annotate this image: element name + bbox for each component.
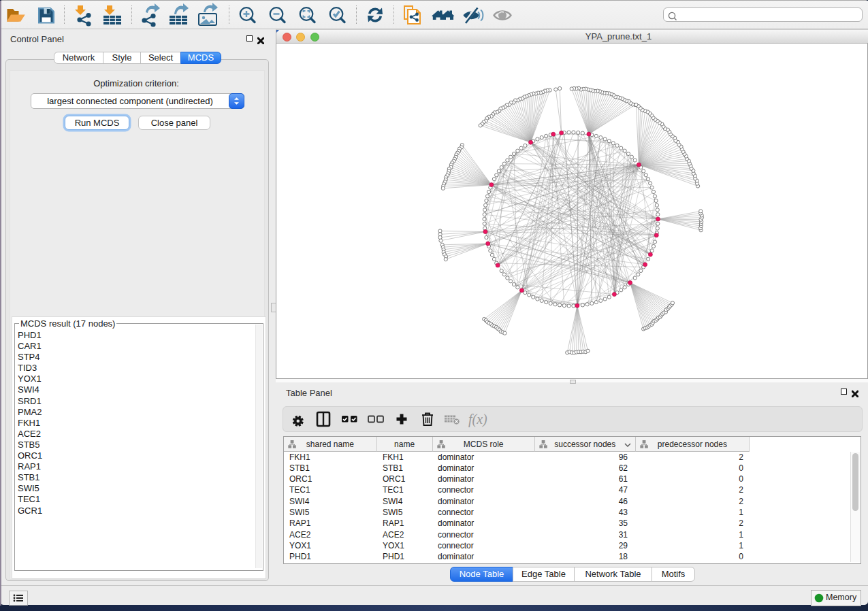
svg-text:f(x): f(x): [468, 412, 487, 427]
